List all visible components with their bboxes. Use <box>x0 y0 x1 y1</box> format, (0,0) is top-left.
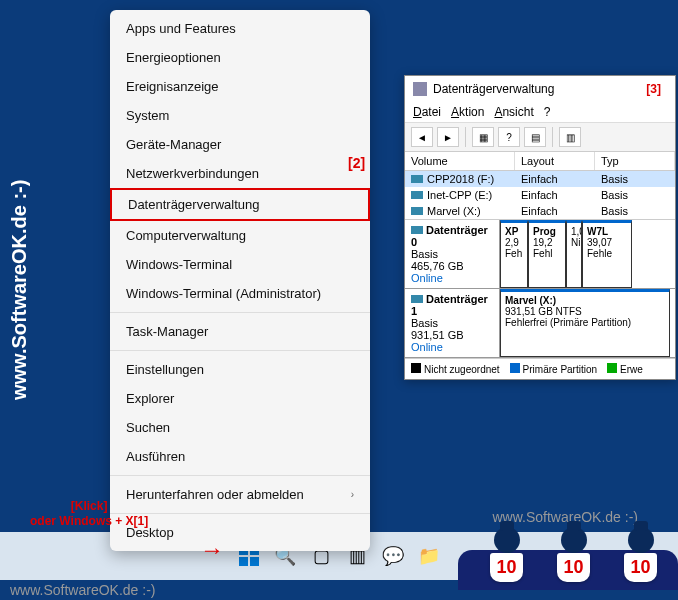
disk-icon <box>411 226 423 234</box>
winx-item-label: Explorer <box>126 391 174 406</box>
partition-name: W7L <box>587 226 627 237</box>
svg-rect-2 <box>239 557 248 566</box>
disk-bus: Basis <box>411 317 493 329</box>
partition-size: 2,9 <box>505 237 523 248</box>
winx-item-label: Einstellungen <box>126 362 204 377</box>
partition[interactable]: 1,0Ni <box>566 220 582 288</box>
winx-item[interactable]: Ausführen <box>110 442 370 471</box>
winx-item-label: Apps und Features <box>126 21 236 36</box>
table-row[interactable]: Marvel (X:)EinfachBasis <box>405 203 675 219</box>
disk-partitions: Marvel (X:)931,51 GB NTFSFehlerfrei (Pri… <box>500 289 675 357</box>
winx-item[interactable]: Desktop <box>110 518 370 547</box>
legend-unalloc-icon <box>411 363 421 373</box>
toolbar-forward-icon[interactable]: ► <box>437 127 459 147</box>
disk-info[interactable]: Datenträger 1Basis931,51 GBOnline <box>405 289 500 357</box>
watermark-bottom: www.SoftwareOK.de :-) <box>10 582 156 598</box>
col-volume[interactable]: Volume <box>405 152 515 170</box>
winx-item-label: Ausführen <box>126 449 185 464</box>
annotation-3: [3] <box>646 82 661 96</box>
disk-icon <box>411 295 423 303</box>
toolbar-help-icon[interactable]: ? <box>498 127 520 147</box>
winx-item-label: Windows-Terminal <box>126 257 232 272</box>
window-title: Datenträgerverwaltung <box>433 82 554 96</box>
volume-name: Inet-CPP (E:) <box>427 189 492 201</box>
partition-status: Fehle <box>587 248 627 259</box>
volume-type: Basis <box>595 203 675 219</box>
partition[interactable]: W7L39,07Fehle <box>582 220 632 288</box>
winx-item-label: Computerverwaltung <box>126 228 246 243</box>
disk-name: Datenträger 0 <box>411 224 493 248</box>
col-type[interactable]: Typ <box>595 152 675 170</box>
judge-head-icon <box>561 527 587 553</box>
explorer-icon[interactable]: 📁 <box>415 542 443 570</box>
winx-item-label: Geräte-Manager <box>126 137 221 152</box>
menu-file[interactable]: Datei <box>413 105 441 119</box>
disk-graphical-view: Datenträger 0Basis465,76 GBOnlineXP2,9Fe… <box>405 219 675 358</box>
disk-status: Online <box>411 272 493 284</box>
partition[interactable]: XP2,9Feh <box>500 220 528 288</box>
partition-size: 39,07 <box>587 237 627 248</box>
winx-item[interactable]: Windows-Terminal (Administrator) <box>110 279 370 308</box>
score-card: 10 <box>490 553 522 582</box>
volume-table: Volume Layout Typ CPP2018 (F:)EinfachBas… <box>405 152 675 219</box>
partition-name: Marvel (X:) <box>505 295 665 306</box>
menu-view[interactable]: Ansicht <box>494 105 533 119</box>
winx-item[interactable]: Explorer <box>110 384 370 413</box>
toolbar-list-icon[interactable]: ▥ <box>559 127 581 147</box>
winx-item[interactable]: Herunterfahren oder abmelden› <box>110 480 370 509</box>
disk-size: 931,51 GB <box>411 329 493 341</box>
volume-layout: Einfach <box>515 171 595 187</box>
watermark-left: www.SoftwareOK.de :-) <box>8 180 31 400</box>
winx-item[interactable]: Ereignisanzeige <box>110 72 370 101</box>
table-row[interactable]: Inet-CPP (E:)EinfachBasis <box>405 187 675 203</box>
partition-status: Fehl <box>533 248 561 259</box>
partition-status: Feh <box>505 248 523 259</box>
toolbar: ◄ ► ▦ ? ▤ ▥ <box>405 123 675 152</box>
winx-item[interactable]: Computerverwaltung <box>110 221 370 250</box>
winx-item[interactable]: Suchen <box>110 413 370 442</box>
annotation-arrow-icon: → <box>200 536 224 564</box>
disk-bus: Basis <box>411 248 493 260</box>
winx-item[interactable]: Windows-Terminal <box>110 250 370 279</box>
partition[interactable]: Marvel (X:)931,51 GB NTFSFehlerfrei (Pri… <box>500 289 670 357</box>
legend-ext-icon <box>607 363 617 373</box>
toolbar-back-icon[interactable]: ◄ <box>411 127 433 147</box>
partition[interactable]: Prog19,2Fehl <box>528 220 566 288</box>
winx-item[interactable]: System <box>110 101 370 130</box>
chat-icon[interactable]: 💬 <box>379 542 407 570</box>
toolbar-layout-icon[interactable]: ▤ <box>524 127 546 147</box>
winx-item[interactable]: Datenträgerverwaltung <box>110 188 370 221</box>
judge-3: 10 <box>613 527 668 582</box>
window-titlebar[interactable]: Datenträgerverwaltung [3] <box>405 76 675 102</box>
legend-primary-label: Primäre Partition <box>523 364 597 375</box>
annotation-click-hint: [Klick] oder Windows + X[1] <box>30 499 148 530</box>
partition-name: Prog <box>533 226 561 237</box>
winx-item-label: Herunterfahren oder abmelden <box>126 487 304 502</box>
winx-item[interactable]: Apps und Features <box>110 14 370 43</box>
disk-info[interactable]: Datenträger 0Basis465,76 GBOnline <box>405 220 500 288</box>
disk-size: 465,76 GB <box>411 260 493 272</box>
winx-item[interactable]: Netzwerkverbindungen <box>110 159 370 188</box>
winx-item-label: System <box>126 108 169 123</box>
disk-partitions: XP2,9FehProg19,2Fehl1,0NiW7L39,07Fehle <box>500 220 675 288</box>
legend: Nicht zugeordnet Primäre Partition Erwe <box>405 358 675 379</box>
table-row[interactable]: CPP2018 (F:)EinfachBasis <box>405 171 675 187</box>
diskmgmt-icon <box>413 82 427 96</box>
menu-action[interactable]: Aktion <box>451 105 484 119</box>
winx-item[interactable]: Energieoptionen <box>110 43 370 72</box>
toolbar-view-icon[interactable]: ▦ <box>472 127 494 147</box>
winx-item[interactable]: Geräte-Manager <box>110 130 370 159</box>
partition-size: 1,0 <box>571 226 577 237</box>
menu-help[interactable]: ? <box>544 105 551 119</box>
disk-name: Datenträger 1 <box>411 293 493 317</box>
col-layout[interactable]: Layout <box>515 152 595 170</box>
disk-row: Datenträger 0Basis465,76 GBOnlineXP2,9Fe… <box>405 220 675 289</box>
volume-type: Basis <box>595 171 675 187</box>
winx-item-label: Datenträgerverwaltung <box>128 197 260 212</box>
judges: 10 10 10 <box>479 527 668 582</box>
table-header: Volume Layout Typ <box>405 152 675 171</box>
winx-item[interactable]: Task-Manager <box>110 317 370 346</box>
winx-item-label: Energieoptionen <box>126 50 221 65</box>
partition-size: 19,2 <box>533 237 561 248</box>
winx-item[interactable]: Einstellungen <box>110 355 370 384</box>
